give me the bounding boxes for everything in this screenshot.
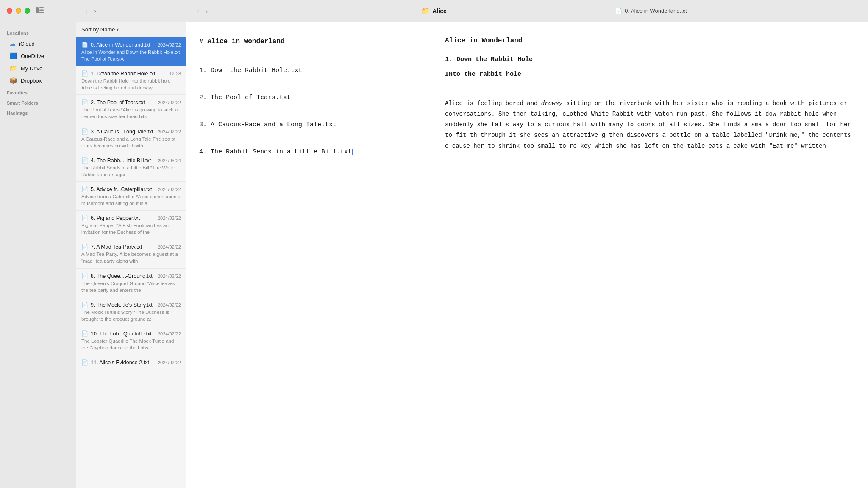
sidebar-item-icloud[interactable]: ☁ iCloud <box>3 38 73 50</box>
svg-rect-2 <box>39 9 44 11</box>
onedrive-icon: 🟦 <box>9 52 17 60</box>
traffic-lights <box>0 8 30 14</box>
file-name-label: 0. Alice in Wonderland.txt <box>625 8 687 14</box>
dropbox-icon: 📦 <box>9 77 17 84</box>
titlebar: ‹ › 📁 Alice ‹ › 📄 0. Alice in Wonderland… <box>0 0 868 22</box>
back-arrow[interactable]: ‹ <box>83 5 90 17</box>
sidebar-section-hashtags: Hashtags <box>0 107 76 117</box>
mydrive-label: My Drive <box>21 65 42 72</box>
sidebar-item-mydrive[interactable]: 📁 My Drive <box>3 62 73 74</box>
hashtags-label: Hashtags <box>0 107 76 117</box>
file-preview: A Mad Tea-Party. Alice becomes a guest a… <box>81 251 181 264</box>
forward-arrow[interactable]: › <box>91 5 99 17</box>
right-subtitle: 1. Down the Rabbit Hole <box>445 54 855 65</box>
file-preview: The Queen's Croquet-Ground *Alice leaves… <box>81 280 181 294</box>
preview-forward-arrow[interactable]: › <box>203 5 210 17</box>
file-list-panel: Sort by Name ▾ 📄0. Alice in Wonderland.t… <box>76 22 186 488</box>
file-date: 2024/02/22 <box>158 274 181 279</box>
icloud-icon: ☁ <box>9 40 16 47</box>
file-list-item-3[interactable]: 📄3. A Caucus...Long Tale.txt2024/02/22A … <box>76 124 186 153</box>
file-name: 3. A Caucus...Long Tale.txt <box>91 129 155 135</box>
preview-heading: # Alice in Wonderland <box>199 35 419 48</box>
right-title: Alice in Wonderland <box>445 35 855 47</box>
file-list-item-4[interactable]: 📄4. The Rabb...Little Bill.txt2024/05/24… <box>76 153 186 182</box>
file-name: 5. Advice fr...Caterpillar.txt <box>91 186 155 192</box>
file-list: 📄0. Alice in Wonderland.txt2024/02/22Ali… <box>76 37 186 488</box>
sidebar-item-onedrive[interactable]: 🟦 OneDrive <box>3 50 73 62</box>
file-icon-list: 📄 <box>81 70 88 77</box>
preview-item-2: 2. The Pool of Tears.txt <box>199 92 419 104</box>
preview-back-arrow[interactable]: ‹ <box>194 5 202 17</box>
file-name: 8. The Quee...t-Ground.txt <box>91 273 155 279</box>
file-list-item-1[interactable]: 📄1. Down the Rabbit Hole.txt12:28Down th… <box>76 66 186 95</box>
file-preview: Down the Rabbit Hole Into the rabbit hol… <box>81 78 181 91</box>
sidebar-section-locations: Locations ☁ iCloud 🟦 OneDrive 📁 My Drive… <box>0 27 76 86</box>
file-name: 7. A Mad Tea-Party.txt <box>91 244 155 250</box>
file-name: 6. Pig and Pepper.txt <box>91 215 155 221</box>
preview-content: # Alice in Wonderland 1. Down the Rabbit… <box>199 35 419 158</box>
file-date: 2024/05/24 <box>158 158 181 163</box>
preview-panel: # Alice in Wonderland 1. Down the Rabbit… <box>186 22 432 488</box>
file-preview: A Caucus-Race and a Long Tale The sea of… <box>81 136 181 149</box>
file-list-item-9[interactable]: 📄9. The Mock...le's Story.txt2024/02/22T… <box>76 297 186 326</box>
file-preview: The Pool of Tears *Alice is growing to s… <box>81 106 181 120</box>
file-icon-list: 📄 <box>81 244 88 250</box>
file-preview: The Rabbit Sends in a Little Bill *The W… <box>81 164 181 178</box>
file-date: 2024/02/22 <box>158 244 181 250</box>
file-icon-list: 📄 <box>81 42 88 48</box>
file-list-item-6[interactable]: 📄6. Pig and Pepper.txt2024/02/22Pig and … <box>76 211 186 239</box>
onedrive-label: OneDrive <box>21 53 44 59</box>
file-list-item-8[interactable]: 📄8. The Quee...t-Ground.txt2024/02/22The… <box>76 269 186 297</box>
file-name: 1. Down the Rabbit Hole.txt <box>91 71 167 77</box>
sidebar-section-favorites: Favorites <box>0 87 76 97</box>
file-name: 11. Alice's Evidence 2.txt <box>91 360 155 366</box>
file-icon-list: 📄 <box>81 128 88 135</box>
file-list-item-2[interactable]: 📄2. The Pool of Tears.txt2024/02/22The P… <box>76 95 186 124</box>
right-subheading: Into the rabbit hole <box>445 69 855 80</box>
sort-label: Sort by Name <box>81 26 115 33</box>
sidebar-section-smart-folders: Smart Folders <box>0 97 76 107</box>
main-container: Locations ☁ iCloud 🟦 OneDrive 📁 My Drive… <box>0 0 868 488</box>
sidebar-item-dropbox[interactable]: 📦 Dropbox <box>3 75 73 86</box>
preview-item-1: 1. Down the Rabbit Hole.txt <box>199 64 419 77</box>
minimize-button[interactable] <box>16 8 21 14</box>
file-icon-list: 📄 <box>81 215 88 221</box>
titlebar-filename: 📄 0. Alice in Wonderland.txt <box>434 8 868 14</box>
file-icon-title: 📄 <box>615 8 622 14</box>
file-date: 2024/02/22 <box>158 42 181 47</box>
right-content: Alice in Wonderland 1. Down the Rabbit H… <box>445 35 855 152</box>
file-name: 4. The Rabb...Little Bill.txt <box>91 158 155 164</box>
file-list-item-7[interactable]: 📄7. A Mad Tea-Party.txt2024/02/22A Mad T… <box>76 239 186 268</box>
icloud-label: iCloud <box>19 41 35 47</box>
file-preview: Advice from a Caterpillar *Alice comes u… <box>81 193 181 207</box>
file-name: 0. Alice in Wonderland.txt <box>91 42 155 48</box>
italic-text: drowsy <box>541 100 562 107</box>
file-icon-list: 📄 <box>81 99 88 105</box>
sidebar-toggle-button[interactable] <box>36 7 44 15</box>
file-list-item-5[interactable]: 📄5. Advice fr...Caterpillar.txt2024/02/2… <box>76 182 186 211</box>
svg-rect-0 <box>36 7 39 13</box>
file-list-item-10[interactable]: 📄10. The Lob...Quadrille.txt2024/02/22Th… <box>76 326 186 355</box>
svg-rect-3 <box>39 12 44 13</box>
svg-rect-1 <box>39 7 44 8</box>
maximize-button[interactable] <box>25 8 30 14</box>
file-date: 2024/02/22 <box>158 129 181 134</box>
file-date: 2024/02/22 <box>158 360 181 365</box>
file-icon-list: 📄 <box>81 330 88 337</box>
preview-item-4: 4. The Rabbit Sends in a Little Bill.txt <box>199 146 419 158</box>
dropbox-label: Dropbox <box>21 78 42 84</box>
file-date: 2024/02/22 <box>158 187 181 192</box>
favorites-label: Favorites <box>0 87 76 97</box>
sort-bar[interactable]: Sort by Name ▾ <box>76 22 186 37</box>
file-date: 2024/02/22 <box>158 216 181 221</box>
file-preview: Pig and Pepper *A Fish-Footman has an in… <box>81 222 181 236</box>
file-list-item-0[interactable]: 📄0. Alice in Wonderland.txt2024/02/22Ali… <box>76 37 186 66</box>
file-icon-list: 📄 <box>81 359 88 366</box>
file-list-item-11[interactable]: 📄11. Alice's Evidence 2.txt2024/02/22 <box>76 355 186 370</box>
file-date: 2024/02/22 <box>158 302 181 308</box>
file-preview: The Lobster Quadrille The Mock Turtle an… <box>81 338 181 351</box>
close-button[interactable] <box>7 8 12 14</box>
file-date: 2024/02/22 <box>158 331 181 336</box>
file-icon-list: 📄 <box>81 302 88 308</box>
smart-folders-label: Smart Folders <box>0 97 76 107</box>
